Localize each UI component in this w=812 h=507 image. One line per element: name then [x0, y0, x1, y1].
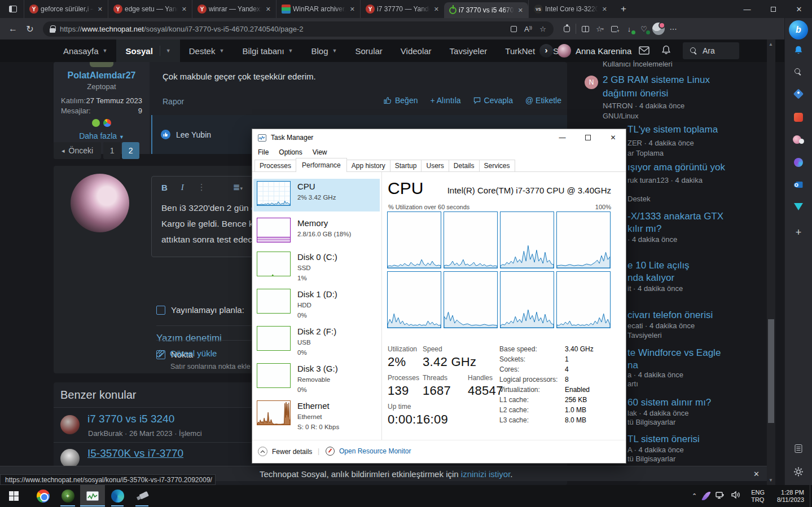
start-button[interactable] [1, 485, 26, 507]
topic-title-hovered[interactable]: I5-3570K vs i7-3770 [87, 447, 183, 460]
tab-close-icon[interactable]: ✕ [348, 6, 357, 13]
sidebar-search-icon[interactable] [794, 68, 803, 77]
tm-maximize-button[interactable] [575, 130, 600, 146]
sidebar-topic-title[interactable]: e 10 Lite açılış [627, 260, 690, 271]
copilot-bing-button[interactable]: b [789, 20, 808, 39]
taskbar-task-manager-active[interactable] [80, 485, 105, 507]
sidebar-topic-category[interactable]: GNU/Linux [603, 112, 639, 120]
browser-tab[interactable]: Ygeforce sürüler,i —✕ [24, 0, 108, 18]
tm-sidebar-memory[interactable]: Memory2.8/16.0 GB (18%) [253, 215, 380, 248]
tab-actions-button[interactable] [5, 3, 21, 15]
inbox-mail-icon[interactable] [639, 46, 649, 57]
upload-image-link[interactable]: Görsel yükle [156, 349, 217, 358]
sidebar-topic-category[interactable]: Destek [627, 195, 650, 203]
like-button[interactable]: Beğen [384, 96, 418, 105]
page-scrollbar[interactable]: ▲ ▼ [767, 39, 775, 485]
tm-tab-users[interactable]: Users [421, 160, 449, 171]
show-more-link[interactable]: Daha fazla ▼ [54, 131, 150, 140]
tm-sidebar-cpu-selected[interactable]: CPU2% 3.42 GHz [253, 179, 380, 211]
sidebar-topic-title[interactable]: civarı telefon önerisi [627, 310, 713, 321]
nav-item-turknet[interactable]: TurkNet [496, 39, 544, 62]
tm-close-button[interactable]: ✕ [600, 130, 626, 146]
notif-close-icon[interactable]: ✕ [753, 470, 760, 478]
sidebar-topic-title[interactable]: ışıyor ama görüntü yok [627, 162, 725, 173]
scroll-down-icon[interactable]: ▼ [769, 478, 773, 483]
shopping-icon[interactable] [794, 113, 803, 122]
topic-category[interactable]: Kullanıcı İncelemeleri [603, 60, 673, 68]
workspaces-icon[interactable] [506, 22, 521, 36]
new-tab-button[interactable]: + [616, 1, 631, 17]
taskbar-edge[interactable] [105, 485, 130, 507]
nav-item-tavsiyeler[interactable]: Tavsiyeler [441, 39, 497, 62]
liked-by-user[interactable]: Lee Yubin [176, 130, 211, 139]
sidebar-topic-category[interactable]: ar Toplama [627, 149, 664, 157]
nav-item-anasayfa[interactable]: Anasayfa▼ [54, 39, 116, 62]
sidebar-topic-category[interactable]: tü Bilgisayarlar [627, 418, 675, 426]
nav-item-destek[interactable]: Destek▼ [180, 39, 234, 62]
address-bar[interactable]: https://www.technopat.net/sosyal/konu/i7… [43, 21, 554, 37]
notif-permission-link[interactable]: izninizi istiyor [461, 469, 511, 479]
reply-button[interactable]: Cevapla [473, 96, 513, 105]
browser-tab-active[interactable]: i7 3770 vs i5 4670 |✕ [444, 2, 528, 18]
taskbar-chrome[interactable] [30, 485, 55, 507]
tm-tab-startup[interactable]: Startup [390, 160, 422, 171]
tab-close-icon[interactable]: ✕ [264, 6, 273, 13]
bold-button[interactable]: B [161, 183, 168, 192]
tag-icon[interactable] [795, 90, 802, 98]
italic-button[interactable]: I [181, 183, 184, 192]
list-button[interactable]: ≣▾ [233, 182, 243, 192]
browser-tab[interactable]: Yi7 37770 — Yandex✕ [360, 0, 444, 18]
tm-title-bar[interactable]: Task Manager — ✕ [252, 129, 626, 146]
site-search-box[interactable]: Ara [683, 42, 739, 59]
outlook-icon[interactable] [794, 180, 804, 189]
sidebar-topic-title[interactable]: kılır mı? [627, 223, 661, 235]
profile-avatar[interactable] [651, 22, 666, 36]
taskbar-game-app[interactable]: ✦ [55, 485, 80, 507]
sidebar-topic-title[interactable]: te Windforce vs Eagle [627, 347, 721, 359]
tm-tab-processes[interactable]: Processes [254, 160, 296, 171]
fewer-details-button[interactable]: Fewer details [258, 447, 312, 456]
tray-clock[interactable]: 1:28 PM8/11/2023 [770, 489, 804, 504]
favorites-icon[interactable]: ☆≡ [592, 22, 607, 36]
nav-scroll-chevron-icon[interactable]: › [539, 44, 553, 58]
topic-title[interactable]: i7 3770 vs i5 3240 [87, 413, 174, 425]
tm-menu-file[interactable]: File [258, 148, 269, 156]
pagination-page-2-current[interactable]: 2 [122, 142, 139, 159]
drop-icon[interactable] [794, 203, 803, 210]
browser-tab[interactable]: VSIntel Core i3-3220 v✕ [528, 0, 612, 18]
tm-tab-app-history[interactable]: App history [346, 160, 390, 171]
show-desktop-button[interactable] [810, 485, 812, 507]
sidebar-topic-title[interactable]: TL sistem önerisi [627, 434, 700, 445]
sidebar-topic-title[interactable]: TL'ye sistem toplama [627, 124, 718, 135]
back-button[interactable]: ← [5, 20, 21, 37]
sidebar-topic-title[interactable]: 60 sistem alınır mı? [627, 397, 711, 408]
author-name[interactable]: PolatAlemdar27 [54, 70, 150, 81]
tray-language-indicator[interactable]: ENGTRQ [751, 489, 765, 504]
sidebar-topic-category[interactable]: artı [627, 380, 638, 388]
tm-menu-view[interactable]: View [313, 148, 327, 156]
refresh-button[interactable]: ↻ [21, 20, 38, 37]
games-icon[interactable] [793, 135, 804, 144]
nav-item-bilgi-tabani[interactable]: Bilgi tabanı▼ [233, 39, 302, 62]
scrollbar-thumb[interactable] [768, 319, 774, 423]
open-resource-monitor-link[interactable]: Open Resource Monitor [326, 447, 411, 456]
browser-tab[interactable]: Ywinrar — Yandex: 4✕ [192, 0, 276, 18]
window-maximize-button[interactable] [760, 0, 786, 18]
tab-close-icon[interactable]: ✕ [96, 6, 104, 13]
sidebar-settings-gear-icon[interactable] [794, 467, 804, 477]
play-swirl-icon[interactable] [794, 158, 803, 167]
tm-menu-options[interactable]: Options [279, 148, 302, 156]
tray-volume-icon[interactable] [731, 491, 741, 501]
tm-tab-services[interactable]: Services [479, 160, 515, 171]
tm-tab-details[interactable]: Details [449, 160, 480, 171]
report-link[interactable]: Rapor [163, 97, 184, 106]
sidebar-topic-category[interactable]: tü Bilgisayarlar [627, 455, 675, 463]
read-aloud-icon[interactable]: A)) [521, 22, 536, 36]
browser-tab[interactable]: Yedge setu — Yande✕ [108, 0, 192, 18]
nav-item-blog[interactable]: Blog▼ [302, 39, 346, 62]
tag-button[interactable]: @ Etiketle [525, 96, 561, 105]
schedule-checkbox[interactable] [156, 306, 165, 315]
tm-sidebar-disk1[interactable]: Disk 1 (D:)HDD0% [253, 286, 380, 319]
browser-tab[interactable]: WinRAR archiver, a✕ [276, 0, 360, 18]
nav-item-videolar[interactable]: Videolar [392, 39, 441, 62]
